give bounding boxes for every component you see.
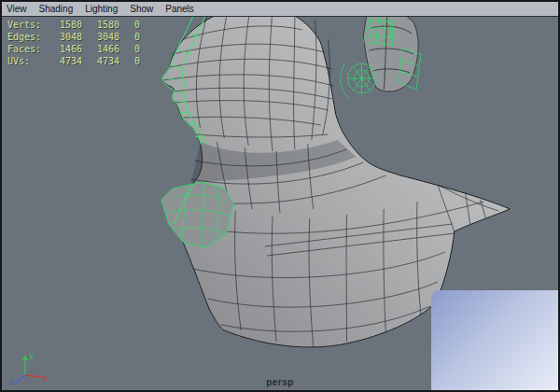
hud-value: 3048 (50, 31, 82, 43)
hud-value: 4734 (50, 55, 82, 67)
camera-label[interactable]: persp (2, 377, 558, 387)
maya-viewport-window: View Shading Lighting Show Panels (0, 0, 560, 392)
hud-value: 1580 (50, 19, 82, 31)
hud-value: 1466 (50, 43, 82, 55)
y-axis-arrow (22, 355, 28, 360)
hud-value: 4734 (82, 55, 119, 67)
z-axis-line (16, 375, 25, 383)
hud-row-verts: Verts: 1580 1580 0 (7, 19, 140, 31)
hud-label: UVs: (7, 55, 50, 67)
hud-value: 1580 (82, 19, 119, 31)
hud-value: 0 (119, 31, 140, 43)
x-axis-line (25, 375, 41, 377)
hud-value: 0 (119, 43, 140, 55)
axis-gizmo: y x z (9, 350, 49, 385)
z-axis-label: z (10, 378, 15, 385)
panel-menubar: View Shading Lighting Show Panels (2, 2, 558, 17)
perspective-viewport[interactable]: Verts: 1580 1580 0 Edges: 3048 3048 0 Fa… (2, 16, 558, 390)
blue-image-plane (431, 290, 558, 390)
menu-shading[interactable]: Shading (39, 4, 74, 14)
menu-view[interactable]: View (7, 4, 27, 14)
hud-value: 0 (119, 19, 140, 31)
menu-show[interactable]: Show (130, 4, 153, 14)
menu-lighting[interactable]: Lighting (85, 4, 118, 14)
hud-label: Edges: (7, 31, 50, 43)
hud-value: 3048 (82, 31, 119, 43)
hud-value: 1466 (82, 43, 119, 55)
hud-row-faces: Faces: 1466 1466 0 (7, 43, 140, 55)
hud-row-uvs: UVs: 4734 4734 0 (7, 55, 140, 67)
hud-label: Verts: (7, 19, 50, 31)
hud-row-edges: Edges: 3048 3048 0 (7, 31, 140, 43)
poly-count-hud: Verts: 1580 1580 0 Edges: 3048 3048 0 Fa… (7, 19, 140, 67)
x-axis-label: x (43, 374, 48, 383)
menu-panels[interactable]: Panels (165, 4, 194, 14)
hud-value: 0 (119, 55, 140, 67)
hud-label: Faces: (7, 43, 50, 55)
y-axis-label: y (29, 352, 34, 360)
